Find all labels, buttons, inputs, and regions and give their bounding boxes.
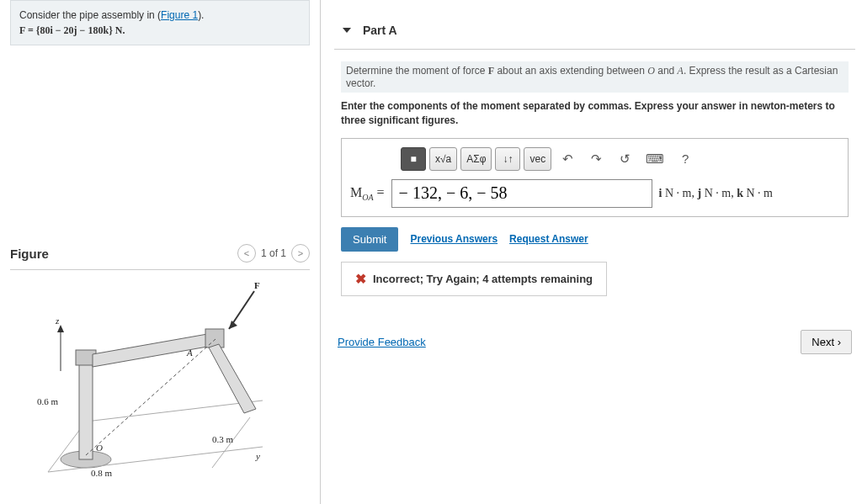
- help-button[interactable]: ?: [673, 147, 698, 171]
- x-icon: ✖: [355, 271, 366, 287]
- figure-title: Figure: [10, 247, 49, 261]
- answer-area: ■ x√a ΑΣφ ↓↑ vec ↶ ↷ ↺ ⌨ ? MOA = i N · m…: [341, 138, 849, 217]
- label-d3: 0.3 m: [212, 434, 233, 444]
- submit-button[interactable]: Submit: [341, 227, 398, 252]
- label-F: F: [254, 280, 260, 290]
- vec-button[interactable]: vec: [524, 147, 551, 171]
- greek-button[interactable]: ΑΣφ: [460, 147, 492, 171]
- problem-statement: Consider the pipe assembly in (Figure 1)…: [10, 0, 310, 45]
- figure-diagram: F z A O y 0.6 m 0.8 m 0.3 m: [10, 279, 279, 480]
- svg-rect-5: [79, 358, 93, 459]
- feedback-text: Incorrect; Try Again; 4 attempts remaini…: [373, 273, 593, 285]
- templates-button[interactable]: ■: [401, 147, 426, 171]
- svg-marker-13: [57, 325, 64, 332]
- provide-feedback-link[interactable]: Provide Feedback: [338, 336, 426, 348]
- part-a-header[interactable]: Part A: [334, 12, 855, 49]
- label-A: A: [187, 347, 193, 358]
- label-d2: 0.8 m: [91, 468, 112, 478]
- answer-input[interactable]: [391, 179, 652, 208]
- problem-intro-end: ).: [198, 9, 204, 21]
- feedback-box: ✖ Incorrect; Try Again; 4 attempts remai…: [341, 262, 607, 296]
- figure-prev-button[interactable]: <: [237, 244, 256, 263]
- figure-pager: < 1 of 1 >: [237, 244, 310, 263]
- figure-1-link[interactable]: Figure 1: [161, 9, 198, 21]
- subscript-button[interactable]: ↓↑: [495, 147, 520, 171]
- request-answer-link[interactable]: Request Answer: [509, 233, 588, 245]
- instruction-1: Determine the moment of force F about an…: [341, 61, 849, 93]
- main-content: Part A Determine the moment of force F a…: [320, 0, 862, 504]
- svg-line-4: [86, 401, 263, 422]
- next-button[interactable]: Next ›: [801, 330, 852, 354]
- reset-button[interactable]: ↺: [612, 147, 637, 171]
- label-O: O: [96, 443, 103, 453]
- figure-next-button[interactable]: >: [291, 244, 310, 263]
- keyboard-button[interactable]: ⌨: [641, 147, 669, 171]
- svg-marker-7: [93, 333, 212, 367]
- chevron-down-icon: [343, 28, 351, 33]
- previous-answers-link[interactable]: Previous Answers: [410, 233, 498, 245]
- redo-button[interactable]: ↷: [583, 147, 609, 171]
- undo-button[interactable]: ↶: [555, 147, 580, 171]
- moa-label: MOA =: [350, 185, 385, 202]
- part-a-title: Part A: [363, 24, 397, 37]
- root-button[interactable]: x√a: [429, 147, 457, 171]
- figure-page-label: 1 of 1: [261, 247, 286, 259]
- label-y: y: [256, 451, 260, 461]
- problem-intro-text: Consider the pipe assembly in (: [19, 9, 161, 21]
- units-label: i N · m, j N · m, k N · m: [659, 187, 773, 200]
- instruction-2: Enter the components of the moment separ…: [341, 99, 849, 128]
- figure-section: Figure < 1 of 1 >: [10, 239, 310, 480]
- formula-toolbar: ■ x√a ΑΣφ ↓↑ vec ↶ ↷ ↺ ⌨ ?: [401, 147, 839, 171]
- force-equation: F = {80i − 20j − 180k} N.: [19, 24, 125, 36]
- label-z: z: [56, 316, 59, 326]
- svg-rect-8: [205, 329, 224, 347]
- label-d1: 0.6 m: [37, 396, 58, 406]
- svg-marker-9: [209, 344, 256, 413]
- chevron-right-icon: ›: [838, 336, 841, 348]
- left-sidebar: Consider the pipe assembly in (Figure 1)…: [0, 0, 320, 504]
